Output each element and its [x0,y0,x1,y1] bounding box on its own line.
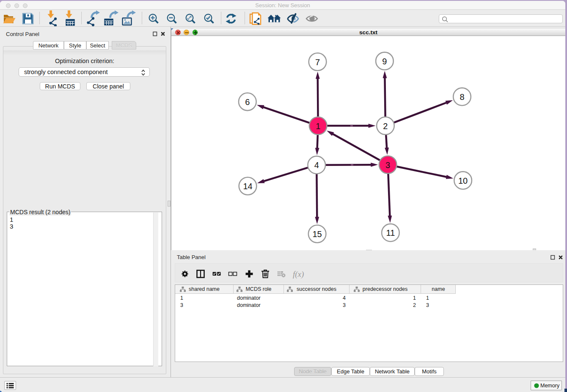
svg-text:7: 7 [315,58,320,67]
svg-text:14: 14 [243,182,252,191]
svg-text:f(x): f(x) [293,270,304,279]
svg-text:4: 4 [314,160,319,170]
svg-text:9: 9 [382,57,387,66]
svg-text:11: 11 [386,228,395,237]
svg-text:3: 3 [385,160,390,170]
svg-text:2: 2 [383,121,388,131]
svg-text:8: 8 [460,92,464,102]
svg-text:15: 15 [312,229,322,239]
svg-text:1: 1 [316,121,320,131]
svg-text:6: 6 [245,97,250,107]
svg-text:10: 10 [458,176,468,185]
